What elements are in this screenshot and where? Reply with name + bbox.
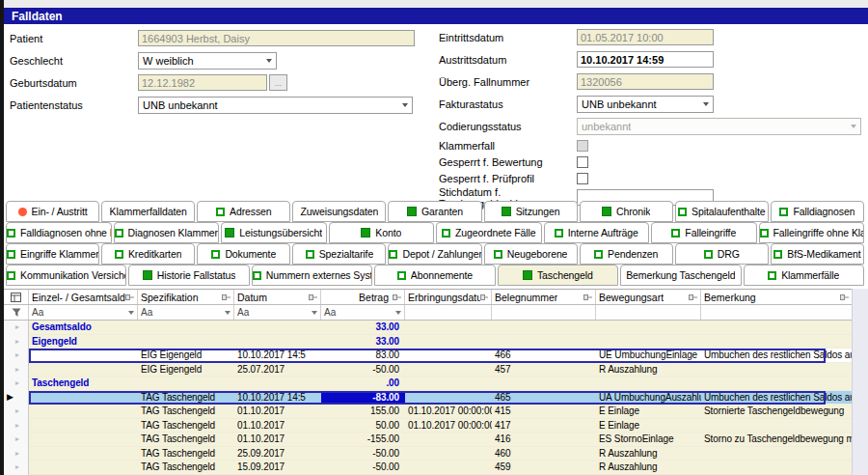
tab-kommunikation-versicherung[interactable]: Kommunikation Versicherung: [6, 265, 126, 286]
cell-saldo[interactable]: [29, 433, 138, 446]
cell-erbr[interactable]: [405, 433, 492, 446]
pin-icon[interactable]: [583, 293, 592, 301]
cell-erbr[interactable]: [405, 321, 492, 334]
pin-icon[interactable]: [393, 293, 401, 301]
cell-beleg[interactable]: 466: [492, 349, 596, 362]
tab-taschengeld[interactable]: Taschengeld: [498, 265, 618, 286]
cell-bem[interactable]: [701, 461, 707, 474]
tab-klammerfalldaten[interactable]: Klammerfalldaten: [101, 201, 195, 222]
cell-datum[interactable]: [234, 321, 321, 334]
cell-saldo[interactable]: Gesamtsaldo: [29, 321, 138, 334]
patientenstatus-select[interactable]: UNB unbekannt: [138, 97, 413, 114]
table-row[interactable]: ▸TAG Taschengeld25.09.2017-50.00460R Aus…: [4, 447, 853, 461]
cell-betrag[interactable]: -50.00: [321, 363, 405, 377]
fakturastatus-select[interactable]: UNB unbekannt: [577, 96, 714, 113]
tab-falleingriffe[interactable]: Falleingriffe: [651, 222, 757, 243]
cell-betrag[interactable]: -155.00: [321, 433, 405, 446]
tab-zugeordnete-falle[interactable]: Zugeordnete Fälle: [436, 222, 542, 243]
pin-icon[interactable]: [125, 293, 134, 301]
cell-betrag[interactable]: 33.00: [321, 321, 405, 334]
geschlecht-select[interactable]: W weiblich: [138, 52, 277, 70]
tab-pendenzen[interactable]: Pendenzen: [580, 243, 673, 265]
cell-betrag[interactable]: 33.00: [321, 335, 405, 349]
cell-erbr[interactable]: [405, 349, 492, 362]
tab-depot-zahlungen[interactable]: Depot / Zahlungen: [388, 243, 481, 265]
cell-saldo[interactable]: [29, 405, 138, 418]
cell-saldo[interactable]: [29, 461, 138, 474]
cell-bem[interactable]: [701, 419, 707, 433]
card-view-icon[interactable]: [11, 293, 21, 302]
row-indicator-cell[interactable]: ▶: [4, 391, 29, 405]
cell-beleg[interactable]: 465: [492, 391, 596, 405]
cell-bem[interactable]: Storno zu Taschengeldbewegung mit Belegr: [701, 433, 853, 446]
cell-datum[interactable]: 25.09.2017: [234, 447, 321, 461]
cell-spez[interactable]: [138, 335, 234, 349]
col-header-spez[interactable]: Spezifikation: [138, 290, 234, 304]
cell-bem[interactable]: [701, 363, 707, 377]
grid-options-cell[interactable]: [4, 290, 29, 304]
cell-erbr[interactable]: 01.10.2017 00:00:00: [405, 405, 492, 418]
cell-beleg[interactable]: 457: [492, 363, 596, 377]
tab-dokumente[interactable]: Dokumente: [197, 243, 290, 265]
tab-falldiagnosen-ohne-klammer[interactable]: Falldiagnosen ohne Klammer: [6, 222, 112, 243]
cell-bem[interactable]: Umbuchen des restlichen Saldos auf das E…: [701, 391, 853, 405]
cell-spez[interactable]: TAG Taschengeld: [138, 419, 234, 433]
table-row[interactable]: ▸TAG Taschengeld01.10.2017155.0001.10.20…: [4, 405, 853, 419]
cell-bem[interactable]: [701, 321, 707, 334]
cell-spez[interactable]: TAG Taschengeld: [138, 405, 234, 418]
cell-saldo[interactable]: [29, 419, 138, 433]
filter-datum[interactable]: Aa: [234, 305, 321, 320]
cell-erbr[interactable]: 01.10.2017 00:00:00: [405, 419, 492, 433]
tab-falldiagnosen[interactable]: Falldiagnosen: [771, 201, 864, 222]
tab-eingriffe-klammerfall[interactable]: Eingriffe Klammerfall: [6, 243, 99, 265]
tab-interne-auftrage[interactable]: Interne Aufträge: [544, 222, 650, 243]
tab-drg[interactable]: DRG: [675, 243, 769, 265]
pin-icon[interactable]: [309, 293, 317, 301]
tab-leistungsubersicht[interactable]: Leistungsübersicht: [221, 222, 327, 243]
row-indicator-cell[interactable]: ▸: [4, 461, 29, 475]
tab-spitalaufenthalte[interactable]: Spitalaufenthalte: [675, 201, 769, 222]
tab-garanten[interactable]: Garanten: [388, 201, 481, 222]
cell-art[interactable]: [596, 377, 701, 390]
table-row[interactable]: ▸EIG Eigengeld10.10.2017 14:583.00466UE …: [4, 349, 853, 363]
row-indicator-cell[interactable]: ▸: [4, 363, 29, 377]
cell-art[interactable]: R Auszahlung: [596, 447, 701, 461]
cell-bem[interactable]: [701, 377, 707, 390]
row-indicator-cell[interactable]: ▸: [4, 377, 29, 391]
tab-neugeborene[interactable]: Neugeborene: [484, 243, 578, 265]
filter-dropdown-icon[interactable]: [312, 311, 317, 315]
cell-beleg[interactable]: 459: [492, 461, 596, 474]
cell-art[interactable]: E Einlage: [596, 405, 701, 418]
tab-klammerfalle[interactable]: Klammerfälle: [744, 265, 864, 286]
cell-saldo[interactable]: Eigengeld: [29, 335, 138, 349]
gesperrt-pruefprofil-checkbox[interactable]: [577, 173, 588, 184]
table-row[interactable]: ▸Gesamtsaldo33.00: [4, 321, 853, 335]
cell-datum[interactable]: 10.10.2017 14:5: [234, 349, 321, 362]
tab-bfs-medikament[interactable]: BfS-Medikament: [771, 243, 864, 265]
cell-spez[interactable]: [138, 321, 234, 334]
pin-icon[interactable]: [480, 293, 488, 301]
cell-beleg[interactable]: 416: [492, 433, 596, 446]
col-header-erbr[interactable]: Erbringungsdatum: [405, 290, 492, 304]
tab-abonnemente[interactable]: Abonnemente: [374, 265, 495, 286]
gesperrt-bewertung-checkbox[interactable]: [577, 156, 588, 168]
pin-icon[interactable]: [222, 293, 231, 301]
tab-konto[interactable]: Konto: [329, 222, 435, 243]
cell-spez[interactable]: TAG Taschengeld: [138, 447, 234, 461]
cell-saldo[interactable]: [29, 391, 138, 405]
cell-bem[interactable]: [701, 447, 707, 461]
filter-options-cell[interactable]: [4, 305, 29, 320]
cell-beleg[interactable]: 417: [492, 419, 596, 433]
cell-spez[interactable]: [138, 377, 234, 390]
col-header-betrag[interactable]: Betrag: [321, 290, 405, 304]
tab-diagnosen-klammerfall[interactable]: Diagnosen Klammerfall: [114, 222, 220, 243]
row-indicator-cell[interactable]: ▸: [4, 419, 29, 433]
cell-spez[interactable]: TAG Taschengeld: [138, 461, 234, 474]
cell-datum[interactable]: [234, 335, 321, 349]
tab-kreditkarten[interactable]: Kreditkarten: [101, 243, 195, 265]
cell-erbr[interactable]: [405, 363, 492, 377]
table-row[interactable]: ▸TAG Taschengeld01.10.201750.0001.10.201…: [4, 419, 853, 433]
pin-icon[interactable]: [689, 293, 697, 301]
cell-saldo[interactable]: [29, 349, 138, 362]
col-header-bem[interactable]: Bemerkung: [701, 290, 853, 304]
